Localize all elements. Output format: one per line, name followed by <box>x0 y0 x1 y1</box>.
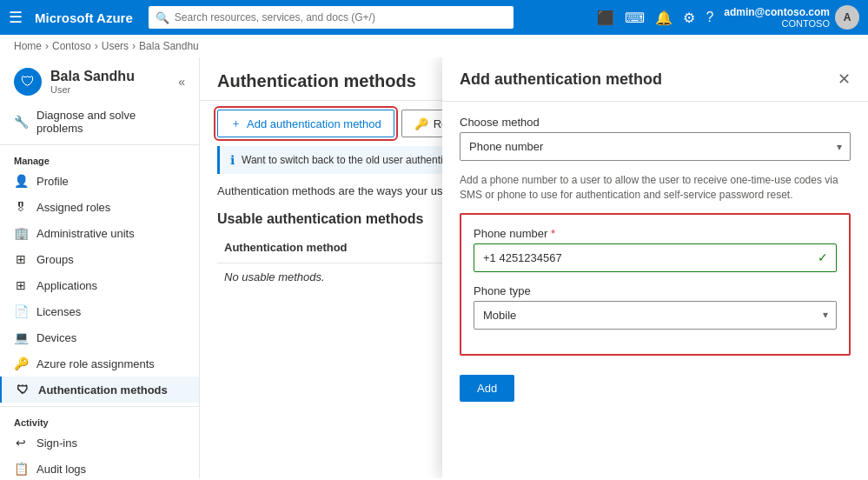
sidebar-user-name: Bala Sandhu <box>50 69 135 84</box>
phone-type-label: Phone type <box>474 284 837 297</box>
sidebar-item-devices[interactable]: 💻 Devices <box>0 324 199 350</box>
breadcrumb-home[interactable]: Home <box>14 40 42 52</box>
wrench-icon: 🔧 <box>14 115 28 129</box>
nav-icon-group: ⬛ ⌨ 🔔 ⚙ ? admin@contoso.com CONTOSO A <box>597 5 859 30</box>
devices-label: Devices <box>36 331 76 344</box>
user-menu[interactable]: admin@contoso.com CONTOSO A <box>724 5 859 30</box>
shield-icon: 🛡 <box>21 74 35 90</box>
sidebar-item-assigned-roles[interactable]: 🎖 Assigned roles <box>0 194 199 220</box>
auth-methods-label: Authentication methods <box>38 383 168 397</box>
breadcrumb-contoso[interactable]: Contoso <box>52 40 91 52</box>
add-auth-method-panel: Add authentication method ✕ Choose metho… <box>442 57 868 478</box>
user-icon: 🛡 <box>14 68 42 96</box>
azure-roles-icon: 🔑 <box>14 357 28 370</box>
sidebar-item-authentication-methods[interactable]: 🛡 Authentication methods <box>0 377 199 403</box>
admin-units-label: Administrative units <box>36 227 135 240</box>
search-input[interactable] <box>175 11 507 23</box>
phone-type-group: Phone type Mobile Alternate mobile Offic… <box>474 284 837 330</box>
choose-method-group: Choose method Phone number Email Microso… <box>460 116 851 161</box>
search-bar[interactable]: 🔍 <box>149 6 514 29</box>
sidebar: 🛡 Bala Sandhu User « 🔧 Diagnose and solv… <box>0 57 200 478</box>
profile-label: Profile <box>36 175 69 188</box>
sidebar-nav: 🔧 Diagnose and solve problems Manage 👤 P… <box>0 103 199 478</box>
licenses-label: Licenses <box>36 305 81 318</box>
sidebar-item-applications[interactable]: ⊞ Applications <box>0 272 199 298</box>
content-area: Authentication methods ＋ Add authenticat… <box>200 57 868 478</box>
search-icon: 🔍 <box>156 11 169 24</box>
choose-method-label: Choose method <box>460 116 851 129</box>
user-tenant: CONTOSO <box>724 18 830 29</box>
user-email: admin@contoso.com <box>724 6 830 18</box>
collapse-sidebar-button[interactable]: « <box>178 75 185 89</box>
sidebar-item-azure-role-assignments[interactable]: 🔑 Azure role assignments <box>0 350 199 377</box>
help-icon[interactable]: ? <box>706 10 713 25</box>
col-auth-method: Authentication method <box>217 237 354 257</box>
add-authentication-method-button[interactable]: ＋ Add authentication method <box>217 110 394 137</box>
devices-icon: 💻 <box>14 330 28 344</box>
activity-section-label: Activity <box>0 410 199 430</box>
breadcrumb-users[interactable]: Users <box>102 40 129 52</box>
add-auth-label: Add authentication method <box>247 117 381 130</box>
audit-logs-label: Audit logs <box>36 463 86 476</box>
sign-ins-label: Sign-ins <box>36 437 77 450</box>
choose-method-select[interactable]: Phone number Email Microsoft Authenticat… <box>460 132 851 161</box>
panel-header: Add authentication method ✕ <box>442 57 868 102</box>
phone-number-input-wrapper: ✓ <box>474 243 837 272</box>
panel-body: Choose method Phone number Email Microso… <box>442 102 868 478</box>
info-icon: ℹ <box>230 153 235 167</box>
sidebar-item-diagnose[interactable]: 🔧 Diagnose and solve problems <box>0 103 199 141</box>
top-navigation: ☰ Microsoft Azure 🔍 ⬛ ⌨ 🔔 ⚙ ? admin@cont… <box>0 0 868 35</box>
phone-number-group: Phone number * ✓ <box>474 227 837 272</box>
notification-icon[interactable]: 🔔 <box>655 10 673 26</box>
sidebar-item-groups[interactable]: ⊞ Groups <box>0 246 199 272</box>
auth-methods-icon: 🛡 <box>16 383 30 397</box>
highlighted-fields-box: Phone number * ✓ Phone type Mobile <box>460 213 851 356</box>
portal-icon[interactable]: ⬛ <box>597 10 614 26</box>
diagnose-label: Diagnose and solve problems <box>36 109 185 135</box>
assigned-roles-label: Assigned roles <box>36 201 110 214</box>
sidebar-header: 🛡 Bala Sandhu User « <box>0 57 199 103</box>
applications-icon: ⊞ <box>14 278 28 292</box>
sidebar-item-audit-logs[interactable]: 📋 Audit logs <box>0 456 199 478</box>
phone-number-label: Phone number * <box>474 227 837 240</box>
phone-type-select[interactable]: Mobile Alternate mobile Office <box>474 301 837 330</box>
azure-roles-label: Azure role assignments <box>36 357 155 370</box>
add-button[interactable]: Add <box>460 375 514 402</box>
phone-number-input[interactable] <box>474 243 837 272</box>
groups-icon: ⊞ <box>14 252 28 266</box>
breadcrumb-user[interactable]: Bala Sandhu <box>139 40 199 52</box>
panel-close-button[interactable]: ✕ <box>838 70 851 89</box>
phone-type-select-wrapper: Mobile Alternate mobile Office ▾ <box>474 301 837 330</box>
manage-section-label: Manage <box>0 149 199 168</box>
choose-method-select-wrapper: Phone number Email Microsoft Authenticat… <box>460 132 851 161</box>
sidebar-item-licenses[interactable]: 📄 Licenses <box>0 298 199 324</box>
sidebar-item-sign-ins[interactable]: ↩ Sign-ins <box>0 430 199 456</box>
avatar[interactable]: A <box>835 5 859 30</box>
admin-units-icon: 🏢 <box>14 226 28 240</box>
audit-logs-icon: 📋 <box>14 462 28 476</box>
sign-ins-icon: ↩ <box>14 436 28 450</box>
key-icon: 🔑 <box>414 117 428 130</box>
groups-label: Groups <box>36 253 74 266</box>
hamburger-menu[interactable]: ☰ <box>9 8 23 27</box>
sidebar-user-subtitle: User <box>50 84 135 95</box>
check-icon: ✓ <box>818 250 828 264</box>
panel-title: Add authentication method <box>460 70 662 89</box>
sidebar-item-administrative-units[interactable]: 🏢 Administrative units <box>0 220 199 246</box>
settings-icon[interactable]: ⚙ <box>683 10 695 26</box>
licenses-icon: 📄 <box>14 304 28 318</box>
cloud-shell-icon[interactable]: ⌨ <box>625 10 645 26</box>
method-hint: Add a phone number to a user to allow th… <box>460 173 851 203</box>
main-layout: 🛡 Bala Sandhu User « 🔧 Diagnose and solv… <box>0 57 868 478</box>
roles-icon: 🎖 <box>14 200 28 214</box>
app-logo: Microsoft Azure <box>35 10 133 25</box>
sidebar-item-profile[interactable]: 👤 Profile <box>0 168 199 194</box>
plus-icon: ＋ <box>230 116 242 131</box>
applications-label: Applications <box>36 279 97 292</box>
profile-icon: 👤 <box>14 174 28 188</box>
breadcrumb: Home › Contoso › Users › Bala Sandhu <box>0 35 868 57</box>
required-marker: * <box>551 227 555 240</box>
